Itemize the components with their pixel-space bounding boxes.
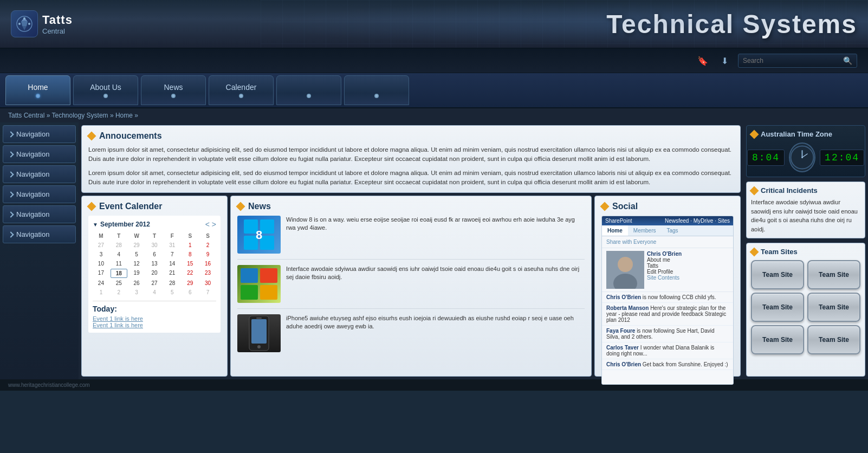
breadcrumb-techsys[interactable]: Technology System [52,112,108,119]
cal-day-21[interactable]: 21 [164,269,180,278]
social-tab-members[interactable]: Members [628,225,662,236]
cal-day-10[interactable]: 10 [93,260,109,268]
teamsite-btn-1[interactable]: Team Site [751,260,804,289]
tab-home[interactable]: Home [5,75,70,105]
cal-day-25[interactable]: 25 [111,279,127,287]
cal-day-28b[interactable]: 28 [164,279,180,287]
cal-day-1a[interactable]: 1 [182,241,198,249]
cal-day-1b[interactable]: 1 [93,288,109,296]
calendar-next[interactable]: > [212,220,216,229]
download-icon[interactable]: ⬇ [716,53,733,69]
bookmark-icon[interactable]: 🔖 [695,53,711,69]
cal-day-22[interactable]: 22 [182,269,198,278]
social-tab-home[interactable]: Home [602,225,628,236]
sidebar-item-6[interactable]: Navigation [3,225,76,243]
cal-day-6b[interactable]: 6 [182,288,198,296]
teamsite-btn-6[interactable]: Team Site [807,325,860,354]
cal-day-6[interactable]: 6 [146,250,163,258]
event-link-1[interactable]: Event 1 link is here [93,315,216,322]
cal-day-27a[interactable]: 27 [93,241,109,249]
cal-day-26[interactable]: 26 [128,279,145,287]
cal-day-13[interactable]: 13 [146,260,163,268]
nav-tabs: Home About Us News Calender [0,73,868,108]
event-calendar-section: Event Calender ▼ September 2012 < > [81,196,228,377]
cal-day-31a[interactable]: 31 [164,241,180,249]
news-diamond [236,202,245,211]
cal-day-7[interactable]: 7 [164,250,180,258]
cal-day-24[interactable]: 24 [93,279,109,287]
tab-about-indicator [103,94,108,98]
sidebar-item-1[interactable]: Navigation [3,125,76,143]
social-tab-tags[interactable]: Tags [661,225,683,236]
cal-day-28a[interactable]: 28 [111,241,127,249]
logo-central: Central [42,27,73,35]
cal-day-8[interactable]: 8 [182,250,198,258]
cal-day-3[interactable]: 3 [93,250,109,258]
teamsites-grid: Team Site Team Site Team Site Team Site … [751,260,860,354]
cal-day-3b[interactable]: 3 [128,288,145,296]
announcements-body: Lorem ipsum dolor sit amet, consectetur … [88,145,734,187]
cal-day-19[interactable]: 19 [128,269,145,278]
calendar-grid: M T W T F S S 27 28 29 30 31 1 [93,232,216,296]
calendar-prev[interactable]: < [205,220,210,229]
sidebar-item-4[interactable]: Navigation [3,185,76,203]
cal-day-20[interactable]: 20 [146,269,163,278]
news-item-1: 8 Window 8 is on a way. weiu erse eoijse… [237,216,585,260]
announcements-section: Annoucements Lorem ipsum dolor sit amet,… [81,125,741,193]
tab-5[interactable] [276,75,341,105]
cal-day-23[interactable]: 23 [199,269,216,278]
cal-day-30[interactable]: 30 [199,279,216,287]
teamsite-btn-3[interactable]: Team Site [751,293,804,322]
social-section: Social SharePoint Newsfeed · MyDrive · S… [594,196,741,377]
cal-day-5[interactable]: 5 [128,250,145,258]
cal-day-11[interactable]: 11 [111,260,127,268]
cal-day-30a[interactable]: 30 [146,241,163,249]
cal-day-16[interactable]: 16 [199,260,216,268]
cal-day-7b[interactable]: 7 [199,288,216,296]
event-link-2[interactable]: Event 1 link is here [93,322,216,328]
search-button[interactable]: 🔍 [843,56,852,65]
cal-day-14[interactable]: 14 [164,260,180,268]
breadcrumb-home[interactable]: Home [115,112,133,119]
cal-day-29a[interactable]: 29 [128,241,145,249]
teamsite-btn-5[interactable]: Team Site [751,325,804,354]
svg-marker-2 [21,21,28,26]
incidents-diamond [750,186,759,195]
cal-day-2b[interactable]: 2 [111,288,127,296]
cal-day-15[interactable]: 15 [182,260,198,268]
timezone-diamond [750,130,759,139]
svg-point-21 [618,257,633,272]
cal-day-5b[interactable]: 5 [164,288,180,296]
teamsite-btn-2[interactable]: Team Site [807,260,860,289]
tab-home-indicator [36,94,40,98]
sidebar-label-4: Navigation [16,190,49,198]
cal-day-17[interactable]: 17 [93,269,109,278]
sidebar-label-5: Navigation [16,210,49,218]
breadcrumb-tatts[interactable]: Tatts Central [8,112,44,119]
logo: Tatts Central [11,10,73,37]
logo-tatts: Tatts [42,13,73,27]
social-feed-1: Chris O'Brien is now following CCB child… [602,292,733,303]
announcements-p1: Lorem ipsum dolor sit amet, consectetur … [88,145,734,164]
sidebar-item-2[interactable]: Navigation [3,145,76,163]
tab-news[interactable]: News [141,75,206,105]
search-input[interactable] [743,57,843,64]
cal-day-4[interactable]: 4 [111,250,127,258]
teamsites-header: Team Sites [751,248,860,256]
cal-day-29[interactable]: 29 [182,279,198,287]
cal-day-12[interactable]: 12 [128,260,145,268]
tab-about[interactable]: About Us [73,75,138,105]
svg-point-4 [23,17,25,20]
tab-calender[interactable]: Calender [209,75,274,105]
cal-day-27b[interactable]: 27 [146,279,163,287]
sidebar-item-5[interactable]: Navigation [3,205,76,223]
cal-day-2a[interactable]: 2 [199,241,216,249]
sidebar-arrow-4 [8,191,14,197]
sidebar-item-3[interactable]: Navigation [3,165,76,183]
cal-day-18[interactable]: 18 [111,269,127,278]
cal-day-9[interactable]: 9 [199,250,216,258]
tab-6[interactable] [344,75,409,105]
teamsite-btn-4[interactable]: Team Site [807,293,860,322]
news-img-3 [237,314,281,352]
cal-day-4b[interactable]: 4 [146,288,163,296]
